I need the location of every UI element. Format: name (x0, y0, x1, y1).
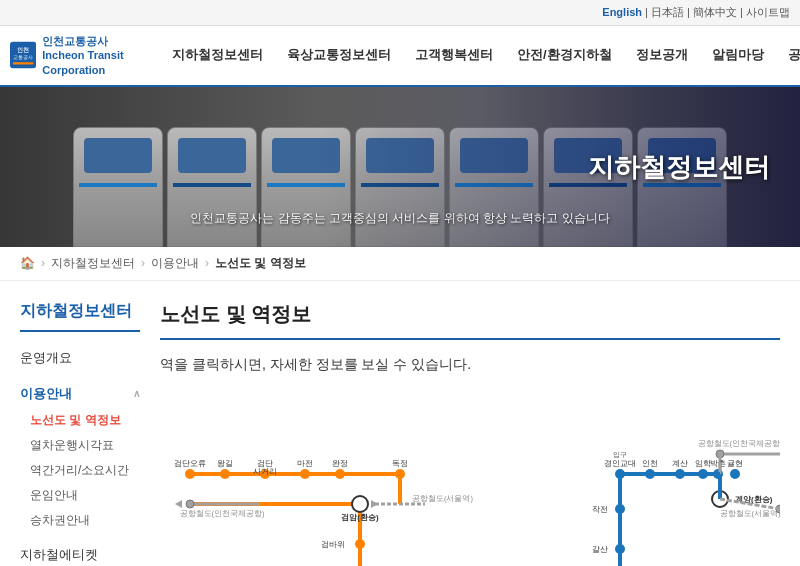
station-geomdan[interactable] (185, 469, 195, 479)
breadcrumb-sep3: › (205, 256, 209, 270)
breadcrumb-sep2: › (141, 256, 145, 270)
sidebar-item-usage[interactable]: 이용안내 ∧ (20, 380, 140, 408)
station-label-geomam: 검암(환승) (341, 513, 379, 522)
metro-map: 검단오류 왕길 검단사거리 마전 완정 독정 공항철도(인천국제공항) (160, 394, 780, 566)
sidebar: 지하철정보센터 운영개요 이용안내 ∧ 노선도 및 역정보 열차운행시각표 역간… (20, 301, 140, 566)
sidebar-group-usage: 이용안내 ∧ 노선도 및 역정보 열차운행시각표 역간거리/소요시간 운임안내 … (20, 380, 140, 533)
airport-arrow-left (175, 500, 182, 508)
station-label-geomdan: 검단오류 (174, 459, 206, 468)
station-label-dokjeong: 독정 (392, 459, 408, 468)
hero-title: 지하철정보센터 (588, 149, 770, 184)
sidebar-sub-ticket[interactable]: 승차권안내 (20, 508, 140, 533)
nav-customer[interactable]: 고객행복센터 (403, 38, 505, 72)
chevron-up-icon: ∧ (133, 388, 140, 399)
sidebar-group-operations: 운영개요 (20, 344, 140, 372)
station-geomam-transfer[interactable] (352, 496, 368, 512)
home-icon[interactable]: 🏠 (20, 256, 35, 270)
svg-text:교통공사: 교통공사 (13, 55, 33, 61)
main-content: 노선도 및 역정보 역을 클릭하시면, 자세한 정보를 보실 수 있습니다. (160, 301, 780, 566)
nav-safety-env[interactable]: 안전/환경지하철 (505, 38, 624, 72)
station-galsan[interactable] (615, 544, 625, 554)
sidebar-title: 지하철정보센터 (20, 301, 140, 332)
station-wanggil[interactable] (220, 469, 230, 479)
station-label-jakjeon: 작전 (592, 505, 608, 514)
station-geombawi[interactable] (355, 539, 365, 549)
sidebar-sub-fare[interactable]: 운임안내 (20, 483, 140, 508)
station-dokjeong[interactable] (395, 469, 405, 479)
hero-banner: 지하철정보센터 인천교통공사는 감동주는 고객중심의 서비스를 위하여 항상 노… (0, 87, 800, 247)
airport-label-top-right: 공항철도(인천국제공항) (698, 439, 781, 448)
nav-ground-transport[interactable]: 육상교통정보센터 (275, 38, 403, 72)
language-chinese[interactable]: 簡体中文 (693, 6, 737, 18)
station-label-majeon: 마전 (297, 459, 313, 468)
station-label-gyeongin-edu2: 입구 (613, 451, 627, 459)
station-label-wanggil: 왕길 (217, 459, 233, 468)
station-label-gyulhyeon: 귤현 (727, 459, 743, 468)
station-label-geombawi: 검바위 (321, 540, 345, 549)
header: 인천 교통공사 인천교통공사 Incheon Transit Corporati… (0, 26, 800, 87)
station-label-gyeongin-edu: 경인교대 (604, 459, 636, 468)
nav-subway-info[interactable]: 지하철정보센터 (160, 38, 275, 72)
hero-subtitle: 인천교통공사는 감동주는 고객중심의 서비스를 위하여 항상 노력하고 있습니다 (190, 210, 609, 227)
instruction-text: 역을 클릭하시면, 자세한 정보를 보실 수 있습니다. (160, 356, 780, 374)
logo-english: Incheon Transit Corporation (42, 48, 150, 77)
logo-icon: 인천 교통공사 (10, 37, 36, 73)
station-jakjeon[interactable] (615, 504, 625, 514)
nav-info-open[interactable]: 정보공개 (624, 38, 700, 72)
language-english[interactable]: English (602, 6, 642, 18)
content-wrapper: 지하철정보센터 운영개요 이용안내 ∧ 노선도 및 역정보 열차운행시각표 역간… (0, 281, 800, 566)
sidebar-sub-distance-time[interactable]: 역간거리/소요시간 (20, 458, 140, 483)
sidebar-item-operations[interactable]: 운영개요 (20, 344, 140, 372)
station-label-bakchon: 박촌 (710, 459, 726, 468)
station-label-wanjeong: 완정 (332, 459, 348, 468)
svg-text:인천: 인천 (17, 48, 29, 54)
station-gyulhyeon[interactable] (730, 469, 740, 479)
breadcrumb: 🏠 › 지하철정보센터 › 이용안내 › 노선도 및 역정보 (0, 247, 800, 281)
breadcrumb-sep1: › (41, 256, 45, 270)
nav-announcements[interactable]: 알림마당 (700, 38, 776, 72)
station-airport-left[interactable] (186, 500, 194, 508)
svg-rect-3 (13, 63, 33, 65)
airport-label-bottom-right: 공항철도(서울역) (720, 509, 781, 518)
station-label-galsan: 갈산 (592, 545, 608, 554)
breadcrumb-current: 노선도 및 역정보 (215, 255, 306, 272)
station-label-airport-incheon-left: 공항철도(인천국제공항) (180, 509, 265, 518)
airport-line-label-right: 공항철도(서울역) (412, 494, 473, 503)
station-label-gyeyang: 계양(환승) (735, 495, 773, 504)
nav-company-intro[interactable]: 공사소개 (776, 38, 800, 72)
station-label-gyesan: 계산 (672, 459, 688, 468)
station-label-incheon: 인천 (642, 459, 658, 468)
logo-korean: 인천교통공사 (42, 34, 150, 48)
station-majeon[interactable] (300, 469, 310, 479)
sidebar-sub-timetable[interactable]: 열차운행시각표 (20, 433, 140, 458)
page-title: 노선도 및 역정보 (160, 301, 780, 340)
breadcrumb-level2[interactable]: 이용안내 (151, 255, 199, 272)
sidebar-sub-route-info[interactable]: 노선도 및 역정보 (20, 408, 140, 433)
station-label-imhak: 임학 (695, 459, 711, 468)
breadcrumb-level1[interactable]: 지하철정보센터 (51, 255, 135, 272)
language-japanese[interactable]: 日本語 (651, 6, 684, 18)
sidebar-item-etiquette[interactable]: 지하철에티켓 (20, 541, 140, 566)
logo-area[interactable]: 인천 교통공사 인천교통공사 Incheon Transit Corporati… (10, 34, 150, 77)
top-language-bar: English | 日本語 | 簡体中文 | 사이트맵 (0, 0, 800, 26)
sitemap-link[interactable]: 사이트맵 (746, 6, 790, 18)
main-nav: 지하철정보센터 육상교통정보센터 고객행복센터 안전/환경지하철 정보공개 알림… (160, 38, 800, 72)
station-label-geomdansagori: 검단사거리 (253, 459, 277, 476)
sidebar-group-etiquette: 지하철에티켓 (20, 541, 140, 566)
station-wanjeong[interactable] (335, 469, 345, 479)
metro-map-svg: 검단오류 왕길 검단사거리 마전 완정 독정 공항철도(인천국제공항) (160, 394, 780, 566)
